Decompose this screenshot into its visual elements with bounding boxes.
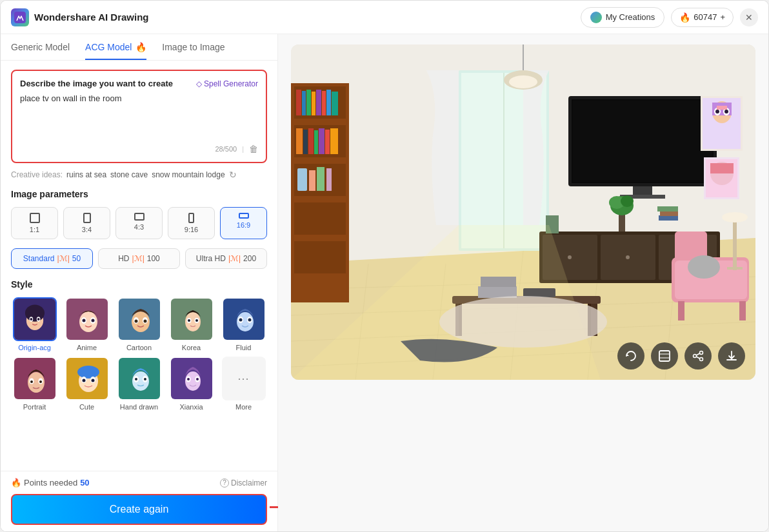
- style-item-origin-acg[interactable]: Origin-acg: [11, 297, 58, 351]
- ratio-btn-4-3[interactable]: 4:3: [115, 207, 163, 239]
- prompt-section: Describe the image you want to create ◇ …: [11, 70, 267, 163]
- tab-generic[interactable]: Generic Model: [11, 42, 70, 60]
- style-img-xianxia: [170, 357, 214, 400]
- svg-rect-130: [739, 301, 746, 320]
- title-bar-right: My Creations 🔥 60747 + ✕: [581, 7, 758, 28]
- creative-idea-2[interactable]: stone cave: [110, 170, 148, 179]
- ratio-btn-3-4[interactable]: 3:4: [63, 207, 110, 239]
- points-label: 🔥 Points needed 50: [11, 478, 90, 488]
- svg-rect-132: [733, 219, 737, 270]
- refresh-ideas-icon[interactable]: ↻: [229, 170, 237, 180]
- svg-rect-87: [314, 130, 318, 154]
- svg-point-133: [722, 212, 748, 222]
- quality-btn-hd[interactable]: HD |ℳ| 100: [98, 248, 180, 269]
- style-item-portrait[interactable]: Portrait: [11, 357, 58, 411]
- svg-rect-82: [326, 90, 331, 115]
- style-more-button[interactable]: ··· More: [220, 357, 267, 411]
- main-content: Generic Model ACG Model 🔥 Image to Image…: [1, 34, 768, 531]
- svg-point-18: [134, 320, 137, 323]
- ratio-icon-1-1: [30, 213, 40, 223]
- svg-point-12: [82, 319, 85, 322]
- svg-line-161: [696, 357, 699, 359]
- svg-point-55: [187, 378, 190, 380]
- svg-rect-154: [659, 351, 670, 361]
- prompt-footer: 28/500 | 🗑: [20, 144, 258, 154]
- create-again-button[interactable]: Create again: [11, 494, 267, 525]
- ratio-icon-9-16: [188, 213, 194, 223]
- regenerate-button[interactable]: [617, 342, 644, 369]
- add-credits-icon: +: [720, 12, 725, 22]
- spell-icon: ◇: [196, 79, 202, 88]
- tab-acg[interactable]: ACG Model 🔥: [85, 42, 146, 60]
- svg-rect-100: [573, 101, 712, 182]
- ratio-btn-9-16[interactable]: 9:16: [168, 207, 215, 239]
- svg-point-145: [724, 110, 728, 113]
- style-item-hand-drawn[interactable]: Hand drawn: [115, 357, 163, 411]
- svg-point-24: [188, 319, 190, 322]
- app-window: Wondershare AI Drawing My Creations 🔥 60…: [0, 0, 769, 532]
- svg-point-43: [82, 379, 85, 382]
- svg-point-50: [144, 378, 146, 380]
- prompt-divider: |: [242, 145, 244, 153]
- my-creations-icon: [590, 12, 602, 23]
- style-img-portrait: [13, 357, 57, 400]
- room-image: [291, 44, 755, 380]
- credits-button[interactable]: 🔥 60747 +: [671, 8, 734, 27]
- svg-rect-134: [727, 267, 743, 270]
- credits-icon: 🔥: [679, 12, 690, 23]
- quality-btn-standard[interactable]: Standard |ℳ| 50: [11, 248, 93, 269]
- tab-img2img[interactable]: Image to Image: [162, 42, 225, 60]
- clear-prompt-button[interactable]: 🗑: [249, 144, 258, 154]
- share-button[interactable]: [684, 342, 712, 369]
- expand-button[interactable]: [651, 342, 678, 369]
- svg-rect-129: [678, 301, 684, 320]
- svg-point-107: [568, 255, 572, 259]
- svg-rect-75: [294, 241, 346, 273]
- svg-point-13: [91, 319, 94, 322]
- style-label-xianxia: Xianxia: [179, 403, 203, 411]
- image-actions: [617, 342, 745, 369]
- points-row: 🔥 Points needed 50 ? Disclaimer: [11, 478, 267, 488]
- ratio-btn-16-9[interactable]: 16:9: [220, 207, 267, 239]
- style-item-xianxia[interactable]: Xianxia: [168, 357, 215, 411]
- svg-point-49: [135, 378, 137, 380]
- svg-rect-74: [294, 202, 346, 235]
- style-label-portrait: Portrait: [23, 403, 46, 411]
- style-section: Style: [11, 279, 267, 411]
- style-item-cute[interactable]: Cute: [63, 357, 110, 411]
- svg-rect-79: [312, 92, 315, 115]
- quality-m-icon-ultrahd: |ℳ|: [228, 254, 241, 263]
- style-item-korea[interactable]: Korea: [168, 297, 215, 351]
- prompt-input[interactable]: place tv on wall in the room: [20, 94, 258, 139]
- creative-idea-1[interactable]: ruins at sea: [66, 170, 106, 179]
- svg-point-144: [715, 110, 719, 113]
- creative-idea-3[interactable]: snow mountain lodge: [152, 170, 225, 179]
- style-item-cartoon[interactable]: Cartoon: [115, 297, 163, 351]
- image-parameters-section: Image parameters 1:1 3:4: [11, 189, 267, 269]
- svg-point-37: [39, 380, 42, 383]
- svg-rect-83: [332, 92, 338, 115]
- quality-btn-ultrahd[interactable]: Ultra HD |ℳ| 200: [185, 248, 267, 269]
- svg-point-159: [700, 358, 703, 361]
- svg-point-36: [30, 380, 33, 383]
- style-item-fluid[interactable]: Fluid: [220, 297, 267, 351]
- svg-rect-86: [308, 128, 314, 154]
- svg-point-25: [195, 319, 198, 322]
- ratio-btn-1-1[interactable]: 1:1: [11, 207, 58, 239]
- disclaimer-button[interactable]: ? Disclaimer: [220, 478, 267, 488]
- svg-point-137: [509, 75, 537, 88]
- svg-rect-78: [306, 90, 311, 115]
- aspect-ratio-group: 1:1 3:4 4:3 9:16: [11, 207, 267, 239]
- style-item-anime[interactable]: Anime: [63, 297, 110, 351]
- download-button[interactable]: [718, 342, 745, 369]
- svg-point-157: [700, 351, 703, 355]
- svg-rect-88: [319, 128, 325, 154]
- svg-point-131: [688, 255, 720, 279]
- svg-point-7: [37, 318, 39, 320]
- my-creations-button[interactable]: My Creations: [581, 7, 665, 28]
- spell-generator-button[interactable]: ◇ Spell Generator: [196, 79, 258, 88]
- svg-point-44: [91, 379, 94, 382]
- svg-rect-91: [297, 168, 307, 191]
- create-btn-wrapper: Create again: [11, 494, 267, 525]
- close-button[interactable]: ✕: [740, 8, 758, 26]
